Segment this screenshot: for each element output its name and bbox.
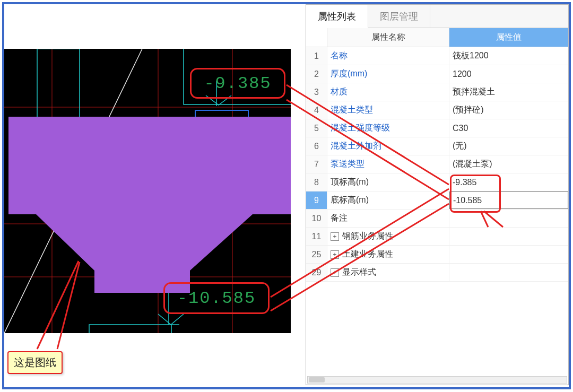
property-row[interactable]: 10备注 [306, 210, 568, 228]
svg-marker-12 [8, 117, 291, 293]
property-row[interactable]: 11+钢筋业务属性 [306, 228, 568, 246]
property-row[interactable]: 1名称筏板1200 [306, 47, 568, 65]
row-index: 4 [306, 101, 327, 119]
row-index: 9 [306, 191, 327, 209]
attr-name: 厚度(mm) [327, 65, 449, 83]
property-row[interactable]: 9底标高(m)-10.585 [306, 191, 568, 210]
scrollbar-thumb[interactable] [309, 377, 325, 382]
property-row[interactable]: 4混凝土类型(预拌砼) [306, 101, 568, 119]
cad-bottom-elevation: -10.585 [163, 282, 270, 314]
attr-value[interactable]: C30 [449, 119, 568, 137]
property-row[interactable]: 5混凝土强度等级C30 [306, 119, 568, 137]
expand-icon[interactable]: + [331, 268, 339, 277]
row-index: 25 [306, 246, 327, 263]
attr-name: 材质 [327, 83, 449, 101]
row-index: 3 [306, 83, 327, 101]
attr-name: 顶标高(m) [327, 173, 449, 191]
row-index: 7 [306, 155, 327, 173]
col-attr-value[interactable]: 属性值 [449, 28, 568, 47]
attr-value[interactable]: 预拌混凝土 [449, 83, 568, 101]
prop-header-row: 属性名称 属性值 [306, 28, 568, 47]
attr-name: 备注 [327, 210, 449, 227]
attr-value[interactable]: 筏板1200 [449, 47, 568, 65]
panel-tabs: 属性列表 图层管理 [306, 5, 568, 28]
property-row[interactable]: 8顶标高(m)-9.385 [306, 173, 568, 191]
property-row[interactable]: 29+显示样式 [306, 264, 568, 282]
row-index: 1 [306, 47, 327, 65]
attr-value[interactable]: -10.585 [449, 191, 568, 209]
cad-viewport[interactable]: -9.385 -10.585 [4, 49, 291, 333]
expand-icon[interactable]: + [331, 232, 339, 241]
row-index: 10 [306, 210, 327, 227]
row-index: 29 [306, 264, 327, 281]
property-row[interactable]: 3材质预拌混凝土 [306, 83, 568, 101]
row-index: 2 [306, 65, 327, 83]
attr-value[interactable]: (无) [449, 137, 568, 155]
attr-value[interactable]: 1200 [449, 65, 568, 83]
property-panel: 属性列表 图层管理 属性名称 属性值 1名称筏板12002厚度(mm)12003… [306, 4, 569, 385]
property-row[interactable]: 6混凝土外加剂(无) [306, 137, 568, 155]
expand-icon[interactable]: + [331, 250, 339, 259]
attr-name: +钢筋业务属性 [327, 228, 449, 245]
tab-properties[interactable]: 属性列表 [306, 5, 368, 28]
attr-value[interactable]: (混凝土泵) [449, 155, 568, 173]
cad-top-elevation: -9.385 [190, 68, 285, 99]
row-index: 5 [306, 119, 327, 137]
attr-name: +土建业务属性 [327, 246, 449, 263]
attr-name: +显示样式 [327, 264, 449, 281]
row-index: 6 [306, 137, 327, 155]
property-rows: 1名称筏板12002厚度(mm)12003材质预拌混凝土4混凝土类型(预拌砼)5… [306, 47, 568, 282]
attr-value[interactable] [449, 210, 568, 227]
attr-value[interactable] [449, 228, 568, 245]
attr-name: 泵送类型 [327, 155, 449, 173]
attr-value[interactable]: -9.385 [449, 173, 568, 191]
attr-name: 底标高(m) [327, 191, 449, 209]
panel-scrollbar-horizontal[interactable] [307, 376, 567, 384]
property-row[interactable]: 2厚度(mm)1200 [306, 65, 568, 83]
row-index: 11 [306, 228, 327, 245]
attr-value[interactable]: (预拌砼) [449, 101, 568, 119]
row-index: 8 [306, 173, 327, 191]
attr-name: 混凝土强度等级 [327, 119, 449, 137]
attr-value[interactable] [449, 264, 568, 281]
attr-value[interactable] [449, 246, 568, 263]
tab-layers[interactable]: 图层管理 [368, 5, 430, 28]
attr-name: 混凝土外加剂 [327, 137, 449, 155]
attr-name: 名称 [327, 47, 449, 65]
property-row[interactable]: 25+土建业务属性 [306, 246, 568, 264]
property-row[interactable]: 7泵送类型(混凝土泵) [306, 155, 568, 173]
callout-drawing: 这是图纸 [7, 351, 63, 374]
attr-name: 混凝土类型 [327, 101, 449, 119]
col-attr-name: 属性名称 [327, 28, 449, 47]
